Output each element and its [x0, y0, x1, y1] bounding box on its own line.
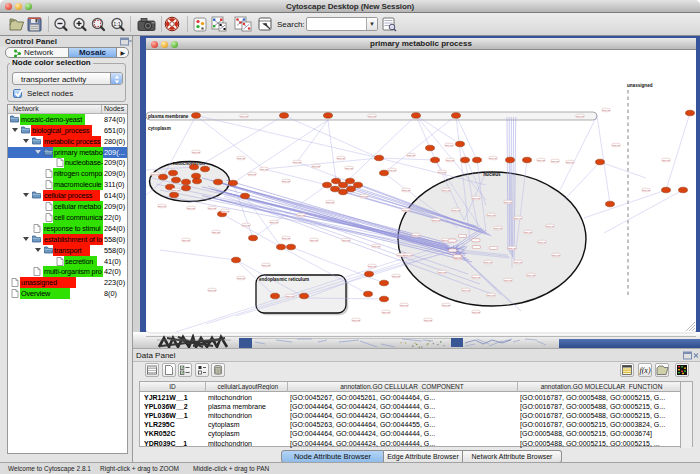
svg-text:Slc6 a8: Slc6 a8: [293, 161, 301, 163]
svg-text:Slc6 a8: Slc6 a8: [270, 221, 278, 223]
svg-text:Slc6 a8: Slc6 a8: [442, 189, 450, 191]
svg-text:Slc6 a8: Slc6 a8: [172, 189, 180, 191]
svg-text:Slc6 a8: Slc6 a8: [576, 115, 584, 117]
svg-text:Slc6 a8: Slc6 a8: [402, 189, 410, 191]
svg-text:Slc6 a8: Slc6 a8: [262, 264, 270, 266]
svg-text:Slc6 a8: Slc6 a8: [388, 169, 396, 171]
svg-text:1:1: 1:1: [113, 21, 121, 27]
svg-text:Slc6 a8: Slc6 a8: [286, 295, 294, 297]
svg-text:Slc6 a8: Slc6 a8: [538, 241, 546, 243]
svg-text:Slc6 a8: Slc6 a8: [402, 209, 410, 211]
svg-text:Slc6 a8: Slc6 a8: [221, 210, 229, 212]
svg-text:Slc6 a8: Slc6 a8: [368, 115, 376, 117]
svg-text:Slc6 a8: Slc6 a8: [345, 167, 353, 169]
svg-text:Slc6 a8: Slc6 a8: [489, 157, 497, 159]
svg-text:Slc6 a8: Slc6 a8: [187, 207, 195, 209]
svg-text:Slc6 a8: Slc6 a8: [424, 319, 432, 321]
svg-text:Slc6 a8: Slc6 a8: [282, 180, 290, 182]
svg-text:Slc6 a8: Slc6 a8: [372, 245, 380, 247]
svg-text:Slc6 a8: Slc6 a8: [487, 214, 495, 216]
svg-text:Slc6 a8: Slc6 a8: [407, 154, 415, 156]
svg-text:Slc6 a8: Slc6 a8: [514, 261, 522, 263]
svg-text:Slc6 a8: Slc6 a8: [537, 159, 545, 161]
svg-text:Slc6 a8: Slc6 a8: [438, 271, 446, 273]
svg-text:Slc6 a8: Slc6 a8: [260, 168, 268, 170]
svg-text:Slc6 a8: Slc6 a8: [472, 276, 480, 278]
svg-text:plasma membrane: plasma membrane: [148, 114, 189, 119]
svg-text:Slc6 a8: Slc6 a8: [337, 157, 345, 159]
svg-text:Slc6 a8: Slc6 a8: [310, 239, 318, 241]
svg-text:Slc6 a8: Slc6 a8: [248, 173, 256, 175]
svg-text:Slc6 a8: Slc6 a8: [442, 304, 450, 306]
svg-text:Slc6 a8: Slc6 a8: [382, 311, 390, 313]
svg-text:Slc6 a8: Slc6 a8: [551, 160, 559, 162]
svg-text:Slc6 a8: Slc6 a8: [546, 225, 554, 227]
svg-text:cytoplasm: cytoplasm: [148, 126, 171, 131]
svg-text:Slc6 a8: Slc6 a8: [527, 274, 535, 276]
svg-text:Slc6 a8: Slc6 a8: [504, 279, 512, 281]
svg-text:nucleus: nucleus: [483, 172, 501, 177]
svg-text:Slc6 a8: Slc6 a8: [524, 231, 532, 233]
svg-text:Slc6 a8: Slc6 a8: [445, 144, 453, 146]
svg-text:Slc6 a8: Slc6 a8: [514, 217, 522, 219]
svg-text:Slc6 a8: Slc6 a8: [484, 261, 492, 263]
svg-text:Slc6 a8: Slc6 a8: [508, 247, 516, 249]
svg-text:Slc6 a8: Slc6 a8: [297, 214, 305, 216]
svg-text:Slc6 a8: Slc6 a8: [446, 159, 454, 161]
svg-text:Slc6 a8: Slc6 a8: [282, 237, 290, 239]
svg-text:Slc6 a8: Slc6 a8: [552, 254, 560, 256]
svg-text:Slc6 a8: Slc6 a8: [342, 239, 350, 241]
svg-text:Slc6 a8: Slc6 a8: [612, 144, 620, 146]
svg-text:Slc6 a8: Slc6 a8: [472, 197, 480, 199]
svg-text:Slc6 a8: Slc6 a8: [237, 277, 245, 279]
svg-text:Slc6 a8: Slc6 a8: [504, 201, 512, 203]
svg-text:f(x): f(x): [639, 366, 650, 375]
svg-text:Slc6 a8: Slc6 a8: [237, 157, 245, 159]
svg-text:Slc6 a8: Slc6 a8: [368, 265, 376, 267]
svg-text:Slc6 a8: Slc6 a8: [602, 109, 610, 111]
svg-text:Slc6 a8: Slc6 a8: [404, 254, 412, 256]
svg-text:endoplasmic reticulum: endoplasmic reticulum: [259, 277, 309, 282]
svg-text:Slc6 a8: Slc6 a8: [208, 207, 216, 209]
svg-text:Slc6 a8: Slc6 a8: [208, 289, 216, 291]
svg-text:Slc6 a8: Slc6 a8: [662, 159, 670, 161]
svg-text:Slc6 a8: Slc6 a8: [392, 275, 400, 277]
svg-text:Slc6 a8: Slc6 a8: [452, 209, 460, 211]
svg-text:Slc6 a8: Slc6 a8: [212, 231, 220, 233]
svg-text:Slc6 a8: Slc6 a8: [151, 173, 159, 175]
svg-text:unassigned: unassigned: [627, 83, 653, 88]
svg-text:Slc6 a8: Slc6 a8: [360, 195, 368, 197]
svg-text:Slc6 a8: Slc6 a8: [240, 115, 248, 117]
svg-text:Slc6 a8: Slc6 a8: [192, 151, 200, 153]
svg-text:Slc6 a8: Slc6 a8: [312, 165, 320, 167]
svg-text:Slc6 a8: Slc6 a8: [412, 234, 420, 236]
svg-text:Slc6 a8: Slc6 a8: [642, 189, 650, 191]
svg-text:Slc6 a8: Slc6 a8: [352, 319, 360, 321]
svg-text:Slc6 a8: Slc6 a8: [326, 201, 334, 203]
svg-text:Slc6 a8: Slc6 a8: [472, 311, 480, 313]
svg-text:Slc6 a8: Slc6 a8: [566, 161, 574, 163]
svg-text:Slc6 a8: Slc6 a8: [487, 294, 495, 296]
svg-text:Slc6 a8: Slc6 a8: [242, 224, 250, 226]
svg-text:Slc6 a8: Slc6 a8: [182, 239, 190, 241]
svg-text:Slc6 a8: Slc6 a8: [432, 219, 440, 221]
svg-text:Slc6 a8: Slc6 a8: [494, 227, 502, 229]
svg-text:Slc6 a8: Slc6 a8: [158, 205, 166, 207]
svg-text:Slc6 a8: Slc6 a8: [462, 289, 470, 291]
svg-text:Slc6 a8: Slc6 a8: [400, 304, 408, 306]
svg-text:Slc6 a8: Slc6 a8: [438, 171, 446, 173]
svg-text:mitochondrion: mitochondrion: [173, 161, 205, 166]
